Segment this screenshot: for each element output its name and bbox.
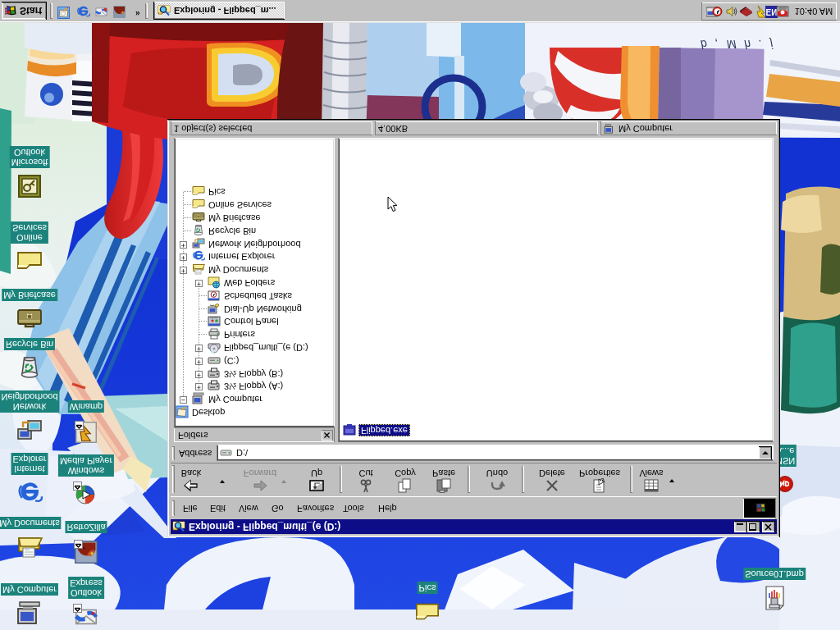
svg-text:b,Mh.j: b,Mh.j — [701, 38, 781, 51]
